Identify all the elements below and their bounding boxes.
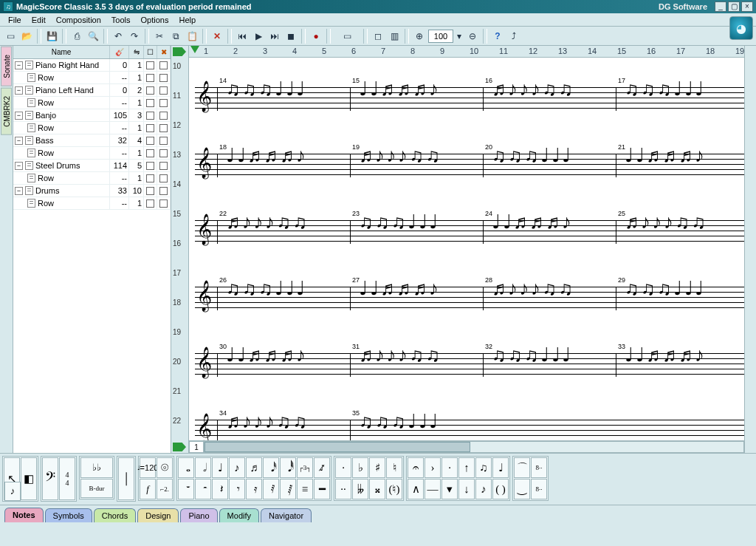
expand-icon[interactable]: − xyxy=(15,112,23,120)
track-checkbox[interactable] xyxy=(159,124,168,132)
note-eighth[interactable]: ♪ xyxy=(229,457,245,478)
clef-bass-button[interactable]: 𝄢 xyxy=(42,457,58,500)
measure-notes[interactable]: ♫ ♫ ♫ ♩ ♩ ♩ xyxy=(625,80,744,99)
help-button[interactable]: ? xyxy=(490,29,505,44)
double-flat-button[interactable]: 𝄫 xyxy=(352,479,368,499)
track-checkbox[interactable] xyxy=(159,199,168,208)
track-row[interactable]: Row--1 xyxy=(13,147,171,160)
bracket-button[interactable]: ( ) xyxy=(492,479,509,499)
measure-notes[interactable]: ♫ ♫ ♫ ♩ ♩ ♩ xyxy=(492,346,614,365)
keysig-button[interactable]: ♭♭ xyxy=(80,457,113,478)
measure-notes[interactable]: ♫ ♫ ♫ ♩ ♩ ♩ xyxy=(359,213,481,232)
measure-notes[interactable]: ♬ ♪ ♪ ♪ ♫ ♫ xyxy=(359,146,481,165)
tenuto-button[interactable]: — xyxy=(425,479,441,499)
col-name[interactable]: Name xyxy=(13,46,110,58)
track-checkbox[interactable] xyxy=(146,74,154,82)
measure-notes[interactable]: ♬ ♪ ♪ ♪ ♫ ♫ xyxy=(492,279,614,298)
measure-notes[interactable]: ♩ ♩ ♬ ♬ ♬ ♪ xyxy=(226,146,348,165)
record-button[interactable]: ● xyxy=(309,29,323,44)
paste-button[interactable]: 📋 xyxy=(185,29,199,44)
track-checkbox[interactable] xyxy=(159,86,168,95)
sharp-button[interactable]: ♯ xyxy=(369,457,385,478)
mute-icon[interactable]: ☐ xyxy=(144,46,157,58)
zoom-dropdown-button[interactable]: ▾ xyxy=(455,29,464,44)
minimize-button[interactable]: _ xyxy=(715,1,726,12)
vtab-sonate[interactable]: Sonate xyxy=(1,47,12,86)
exit-button[interactable]: ⤴ xyxy=(506,29,521,44)
playhead-arrow-icon[interactable] xyxy=(173,47,186,56)
track-row[interactable]: −Steel Drums1145 xyxy=(13,160,171,172)
rewind-button[interactable]: ⏮ xyxy=(235,29,250,44)
palette-tab-chords[interactable]: Chords xyxy=(94,508,136,522)
repeat-button[interactable]: ⦾ xyxy=(157,457,173,478)
slur-button[interactable]: ⌒ xyxy=(514,457,530,478)
marcato-button[interactable]: ∧ xyxy=(408,479,424,499)
menu-tools[interactable]: Tools xyxy=(106,14,136,26)
unbeam-button[interactable]: ♪ xyxy=(475,479,492,499)
rest-32nd[interactable]: 𝅀 xyxy=(263,479,279,499)
view-3-button[interactable]: ▥ xyxy=(387,29,402,44)
horizontal-scrollbar[interactable] xyxy=(204,441,744,453)
octave-down-button[interactable]: 8·· xyxy=(531,479,547,499)
measure-notes[interactable]: ♫ ♫ ♫ ♩ ♩ ♩ xyxy=(492,146,614,165)
track-row[interactable]: −Piano Right Hand01 xyxy=(13,59,171,72)
palette-tab-symbols[interactable]: Symbols xyxy=(45,508,92,522)
maximize-button[interactable]: ▢ xyxy=(728,1,740,12)
beam-button[interactable]: ♫ xyxy=(475,457,492,478)
track-row[interactable]: −Bass324 xyxy=(13,134,171,147)
save-button[interactable]: 💾 xyxy=(44,29,59,44)
menu-file[interactable]: File xyxy=(3,14,27,26)
play-button[interactable]: ▶ xyxy=(251,29,266,44)
vtab-cmbrk2[interactable]: CMBRK2 xyxy=(1,88,12,135)
track-checkbox[interactable] xyxy=(146,99,154,107)
measure-notes[interactable]: ♬ ♪ ♪ ♪ ♫ ♫ xyxy=(226,412,348,431)
stem-up-button[interactable]: ↑ xyxy=(458,457,475,478)
grace-note[interactable]: ♪̸ xyxy=(314,457,330,478)
palette-tab-notes[interactable]: Notes xyxy=(4,508,44,522)
note-quarter[interactable]: ♩ xyxy=(212,457,228,478)
track-row[interactable]: Row--1 xyxy=(13,72,171,84)
track-checkbox[interactable] xyxy=(146,124,154,132)
menu-edit[interactable]: Edit xyxy=(27,14,51,26)
track-checkbox[interactable] xyxy=(159,162,168,170)
staccato-button[interactable]: · xyxy=(441,457,458,478)
track-checkbox[interactable] xyxy=(146,162,154,170)
measure-notes[interactable]: ♬ ♪ ♪ ♪ ♫ ♫ xyxy=(492,80,614,99)
view-2-button[interactable]: ◻ xyxy=(371,29,385,44)
track-checkbox[interactable] xyxy=(146,187,154,195)
track-checkbox[interactable] xyxy=(159,61,168,69)
pan-icon[interactable]: ⇋ xyxy=(129,46,144,58)
track-checkbox[interactable] xyxy=(146,61,154,69)
stop-button[interactable]: ◼ xyxy=(284,29,298,44)
flat-button[interactable]: ♭ xyxy=(352,457,368,478)
fast-forward-button[interactable]: ⏭ xyxy=(267,29,282,44)
zoom-out-button[interactable]: ⊖ xyxy=(465,29,480,44)
note-whole[interactable]: 𝅝 xyxy=(178,457,194,478)
score-canvas[interactable]: 𝄞14♫ ♫ ♫ ♩ ♩ ♩ 15♩ ♩ ♬ ♬ ♬ ♪ 16♬ ♪ ♪ ♪ ♫… xyxy=(189,58,744,440)
barline-button[interactable]: │ xyxy=(118,457,134,500)
rest-half[interactable]: 𝄼 xyxy=(195,479,211,499)
track-row[interactable]: Row--1 xyxy=(13,122,171,134)
track-checkbox[interactable] xyxy=(146,112,154,120)
staccatissimo-button[interactable]: ▾ xyxy=(441,479,458,499)
track-checkbox[interactable] xyxy=(159,149,168,157)
rest-16th[interactable]: 𝄿 xyxy=(246,479,262,499)
measure-notes[interactable]: ♩ ♩ ♬ ♬ ♬ ♪ xyxy=(492,213,614,232)
note-32nd[interactable]: 𝅘𝅥𝅰 xyxy=(263,457,279,478)
expand-icon[interactable]: − xyxy=(15,137,23,145)
note-half[interactable]: 𝅗𝅥 xyxy=(195,457,211,478)
measure-notes[interactable]: ♩ ♩ ♬ ♬ ♬ ♪ xyxy=(625,146,744,165)
eraser-tool[interactable]: ◧ xyxy=(21,457,37,500)
close-button[interactable]: × xyxy=(741,1,753,12)
palette-tab-navigator[interactable]: Navigator xyxy=(261,508,312,522)
measure-notes[interactable]: ♬ ♪ ♪ ♪ ♫ ♫ xyxy=(359,346,481,365)
measure-notes[interactable]: ♬ ♪ ♪ ♪ ♫ ♫ xyxy=(226,213,348,232)
measure-notes[interactable]: ♩ ♩ ♬ ♬ ♬ ♪ xyxy=(359,279,481,298)
courtesy-natural-button[interactable]: (♮) xyxy=(386,479,402,499)
track-checkbox[interactable] xyxy=(159,137,168,145)
note-input-toggle[interactable]: ♪ xyxy=(4,482,21,501)
multirest-button[interactable]: ━ xyxy=(314,479,330,499)
ruler-arrow-icon[interactable] xyxy=(190,46,199,53)
track-row[interactable]: Row--1 xyxy=(13,97,171,109)
track-row[interactable]: Row--1 xyxy=(13,172,171,185)
